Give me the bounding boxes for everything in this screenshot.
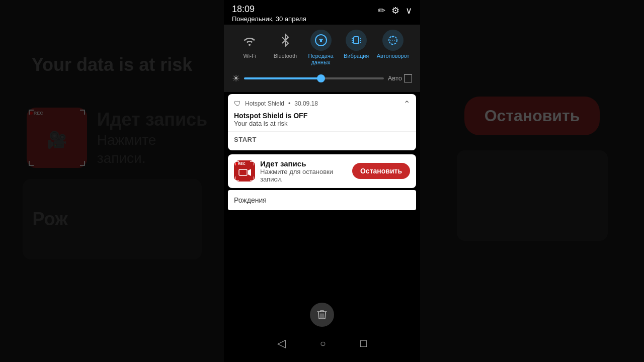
bg-overlay-left bbox=[0, 0, 224, 362]
brightness-icon: ☀ bbox=[232, 73, 240, 84]
recording-content: Идет запись Нажмите для остановки записи… bbox=[260, 159, 347, 183]
svg-rect-4 bbox=[354, 37, 359, 44]
recents-button[interactable]: □ bbox=[358, 335, 369, 352]
notif-actions: START bbox=[228, 131, 416, 150]
qs-icons-row: Wi-Fi Bluetooth bbox=[232, 30, 412, 70]
status-date: Понедельник, 30 апреля bbox=[232, 15, 306, 23]
recording-text: Нажмите для остановки записи. bbox=[260, 168, 347, 183]
qs-wifi[interactable]: Wi-Fi bbox=[234, 30, 265, 59]
bg-overlay-right bbox=[420, 0, 644, 362]
back-button[interactable]: ◁ bbox=[275, 335, 288, 352]
qs-vibration-label: Вибрация bbox=[344, 53, 369, 59]
status-time: 18:09 bbox=[232, 4, 306, 15]
clear-notifications-button[interactable] bbox=[310, 303, 334, 327]
navigation-bar: ◁ ○ □ bbox=[224, 335, 420, 352]
brightness-slider[interactable] bbox=[244, 77, 384, 79]
qs-data-label: Передачаданных bbox=[308, 53, 333, 66]
hotspot-notification[interactable]: 🛡 Hotspot Shield • 30.09.18 ⌃ Hotspot Sh… bbox=[228, 94, 416, 150]
chevron-down-icon[interactable]: ∨ bbox=[406, 5, 412, 16]
edit-icon[interactable]: ✏ bbox=[378, 5, 385, 16]
home-button[interactable]: ○ bbox=[318, 335, 328, 352]
status-bar: 18:09 Понедельник, 30 апреля ✏ ⚙ ∨ bbox=[224, 0, 420, 25]
autocomplete-dropdown[interactable]: рождения bbox=[228, 190, 416, 210]
notif-title: Hotspot Shield is OFF bbox=[234, 112, 410, 120]
autocomplete-item[interactable]: рождения bbox=[234, 194, 410, 206]
brightness-row: ☀ Авто bbox=[232, 70, 412, 87]
brightness-auto-label: Авто bbox=[388, 74, 402, 82]
recording-app-icon: REC bbox=[234, 160, 255, 182]
quick-settings-panel: Wi-Fi Bluetooth bbox=[224, 25, 420, 92]
settings-icon[interactable]: ⚙ bbox=[391, 5, 399, 16]
bottom-area: ◁ ○ □ bbox=[224, 298, 420, 362]
notif-start-button[interactable]: START bbox=[234, 134, 257, 145]
qs-bluetooth[interactable]: Bluetooth bbox=[270, 30, 300, 59]
qs-data[interactable]: Передачаданных bbox=[306, 30, 336, 66]
notif-body: Hotspot Shield is OFF Your data is at ri… bbox=[228, 111, 416, 131]
notifications-area: 🛡 Hotspot Shield • 30.09.18 ⌃ Hotspot Sh… bbox=[224, 92, 420, 298]
qs-autorotate-label: Автоповорот bbox=[377, 53, 410, 59]
shield-icon: 🛡 bbox=[234, 100, 241, 108]
qs-wifi-label: Wi-Fi bbox=[243, 53, 256, 59]
svg-rect-13 bbox=[239, 169, 247, 175]
svg-marker-14 bbox=[248, 169, 251, 176]
notif-header: 🛡 Hotspot Shield • 30.09.18 ⌃ bbox=[228, 94, 416, 111]
notif-expand-icon[interactable]: ⌃ bbox=[404, 99, 410, 109]
recording-title: Идет запись bbox=[260, 159, 347, 168]
recording-stop-button[interactable]: Остановить bbox=[352, 163, 410, 179]
svg-rect-2 bbox=[319, 39, 323, 40]
qs-vibration[interactable]: Вибрация bbox=[341, 30, 371, 59]
notif-time: 30.09.18 bbox=[294, 100, 318, 107]
brightness-auto-checkbox[interactable] bbox=[404, 74, 412, 82]
qs-autorotate[interactable]: Автоповорот bbox=[377, 30, 410, 59]
notif-app-name: Hotspot Shield bbox=[245, 100, 284, 107]
recording-notification[interactable]: REC Идет запись Нажмите для остановки за… bbox=[228, 154, 416, 188]
qs-bluetooth-label: Bluetooth bbox=[274, 53, 297, 59]
notif-text: Your data is at risk bbox=[234, 120, 410, 127]
